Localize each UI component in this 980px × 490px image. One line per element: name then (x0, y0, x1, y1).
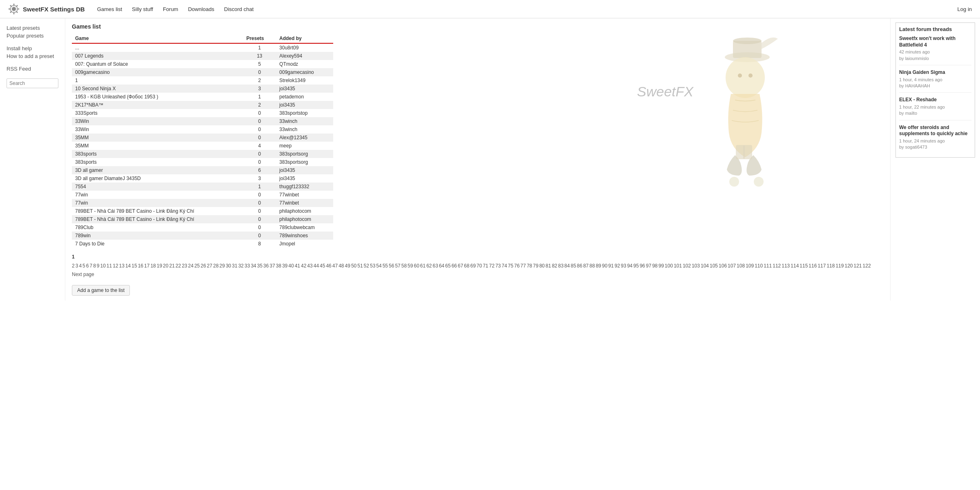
pagination-page-link[interactable]: 11 (107, 263, 112, 269)
added-by-link[interactable]: 383sportstop (279, 110, 307, 116)
added-by-link[interactable]: thuggf123332 (279, 184, 309, 189)
pagination-page-link[interactable]: 113 (782, 263, 790, 269)
pagination-page-link[interactable]: 116 (808, 263, 817, 269)
game-link[interactable]: 7554 (75, 184, 86, 189)
pagination-page-link[interactable]: 121 (854, 263, 862, 269)
pagination-page-link[interactable]: 12 (113, 263, 118, 269)
pagination-page-link[interactable]: 69 (470, 263, 476, 269)
pagination-page-link[interactable]: 107 (728, 263, 736, 269)
pagination-page-link[interactable]: 64 (439, 263, 444, 269)
login-button[interactable]: Log in (958, 6, 972, 12)
pagination-page-link[interactable]: 60 (414, 263, 419, 269)
pagination-page-link[interactable]: 52 (364, 263, 369, 269)
pagination-page-link[interactable]: 38 (276, 263, 281, 269)
added-by-link[interactable]: joi3435 (279, 86, 295, 91)
pagination-page-link[interactable]: 100 (665, 263, 673, 269)
added-by-link[interactable]: 33winch (279, 127, 297, 132)
pagination-page-link[interactable]: 72 (489, 263, 494, 269)
pagination-page-link[interactable]: 66 (452, 263, 457, 269)
nav-silly-stuff[interactable]: Silly stuff (132, 6, 153, 12)
pagination-page-link[interactable]: 23 (182, 263, 187, 269)
pagination-page-link[interactable]: 10 (100, 263, 106, 269)
pagination-page-link[interactable]: 89 (596, 263, 601, 269)
pagination-page-link[interactable]: 102 (683, 263, 691, 269)
pagination-page-link[interactable]: 35 (257, 263, 262, 269)
added-by-link[interactable]: Strelok1349 (279, 78, 305, 83)
pagination-page-link[interactable]: 79 (533, 263, 538, 269)
pagination-page-link[interactable]: 65 (445, 263, 450, 269)
nav-discord[interactable]: Discord chat (224, 6, 254, 12)
pagination-page-link[interactable]: 31 (232, 263, 237, 269)
game-link[interactable]: 007 Legends (75, 53, 103, 59)
pagination-page-link[interactable]: 48 (339, 263, 344, 269)
pagination-page-link[interactable]: 63 (433, 263, 438, 269)
pagination-page-link[interactable]: 76 (514, 263, 519, 269)
thread-title[interactable]: We offer steroids and supplements to qui… (899, 125, 971, 137)
pagination-page-link[interactable]: 28 (213, 263, 218, 269)
pagination-page-link[interactable]: 30 (226, 263, 231, 269)
nav-forum[interactable]: Forum (163, 6, 178, 12)
thread-title-link[interactable]: We offer steroids and supplements to qui… (899, 125, 967, 137)
game-link[interactable]: 383sports (75, 159, 97, 165)
added-by-link[interactable]: 789clubwebcam (279, 225, 315, 230)
pagination-page-link[interactable]: 74 (502, 263, 507, 269)
added-by-link[interactable]: 30u8rt09 (279, 45, 298, 51)
pagination-page-link[interactable]: 22 (176, 263, 181, 269)
pagination-page-link[interactable]: 105 (710, 263, 718, 269)
added-by-link[interactable]: 77winbet (279, 200, 299, 206)
pagination-page-link[interactable]: 13 (119, 263, 125, 269)
pagination-page-link[interactable]: 112 (773, 263, 781, 269)
added-by-link[interactable]: joi3435 (279, 176, 295, 181)
game-link[interactable]: 1 (75, 78, 78, 83)
pagination-page-link[interactable]: 101 (674, 263, 682, 269)
game-link[interactable]: 789win (75, 233, 91, 238)
pagination-page-link[interactable]: 18 (150, 263, 156, 269)
pagination-page-link[interactable]: 43 (307, 263, 312, 269)
pagination-page-link[interactable]: 57 (395, 263, 400, 269)
sidebar-item-latest-presets[interactable]: Latest presets (7, 25, 58, 31)
pagination-page-link[interactable]: 115 (800, 263, 808, 269)
pagination-page-link[interactable]: 95 (633, 263, 639, 269)
pagination-page-link[interactable]: 34 (251, 263, 256, 269)
pagination-page-link[interactable]: 81 (546, 263, 551, 269)
added-by-link[interactable]: joi3435 (279, 167, 295, 173)
pagination-page-link[interactable]: 15 (131, 263, 137, 269)
pagination-page-link[interactable]: 114 (791, 263, 799, 269)
sidebar-item-install-help[interactable]: Install help (7, 45, 58, 51)
nav-downloads[interactable]: Downloads (188, 6, 214, 12)
pagination-page-link[interactable]: 73 (495, 263, 501, 269)
pagination-page-link[interactable]: 29 (219, 263, 225, 269)
thread-title-link[interactable]: ELEX - Reshade (899, 97, 937, 102)
pagination-page-link[interactable]: 47 (332, 263, 338, 269)
pagination-page-link[interactable]: 97 (646, 263, 651, 269)
pagination-page-link[interactable]: 109 (746, 263, 754, 269)
added-by-link[interactable]: philaphotocom (279, 216, 311, 222)
pagination-page-link[interactable]: 36 (263, 263, 269, 269)
pagination-page-link[interactable]: 83 (558, 263, 564, 269)
pagination-page-link[interactable]: 82 (552, 263, 557, 269)
game-link[interactable]: 789BET - Nhà Cái 789 BET Casino - Link Đ… (75, 208, 194, 214)
added-by-link[interactable]: Alex@12345 (279, 135, 307, 140)
pagination-page-link[interactable]: 119 (835, 263, 844, 269)
pagination-page-link[interactable]: 117 (817, 263, 826, 269)
pagination-page-link[interactable]: 50 (351, 263, 356, 269)
pagination-page-link[interactable]: 26 (200, 263, 206, 269)
pagination-page-link[interactable]: 108 (737, 263, 745, 269)
pagination-page-link[interactable]: 84 (564, 263, 570, 269)
pagination-page-link[interactable]: 78 (527, 263, 532, 269)
search-input[interactable] (7, 78, 58, 88)
pagination-page-link[interactable]: 53 (370, 263, 375, 269)
game-link[interactable]: 2K17*NBA™ (75, 102, 103, 108)
added-by-link[interactable]: 383sportsorg (279, 151, 308, 157)
pagination-page-link[interactable]: 70 (477, 263, 482, 269)
game-link[interactable]: 789BET - Nhà Cái 789 BET Casino - Link Đ… (75, 216, 194, 222)
added-by-link[interactable]: meep (279, 143, 292, 149)
pagination-page-link[interactable]: 32 (238, 263, 243, 269)
pagination-page-link[interactable]: 7 (89, 263, 92, 269)
pagination-page-link[interactable]: 86 (577, 263, 582, 269)
game-link[interactable]: 35MM (75, 143, 89, 149)
pagination-page-link[interactable]: 56 (389, 263, 394, 269)
pagination-page-link[interactable]: 27 (207, 263, 212, 269)
added-by-link[interactable]: 009gamecasino (279, 69, 314, 75)
pagination-page-link[interactable]: 111 (764, 263, 772, 269)
